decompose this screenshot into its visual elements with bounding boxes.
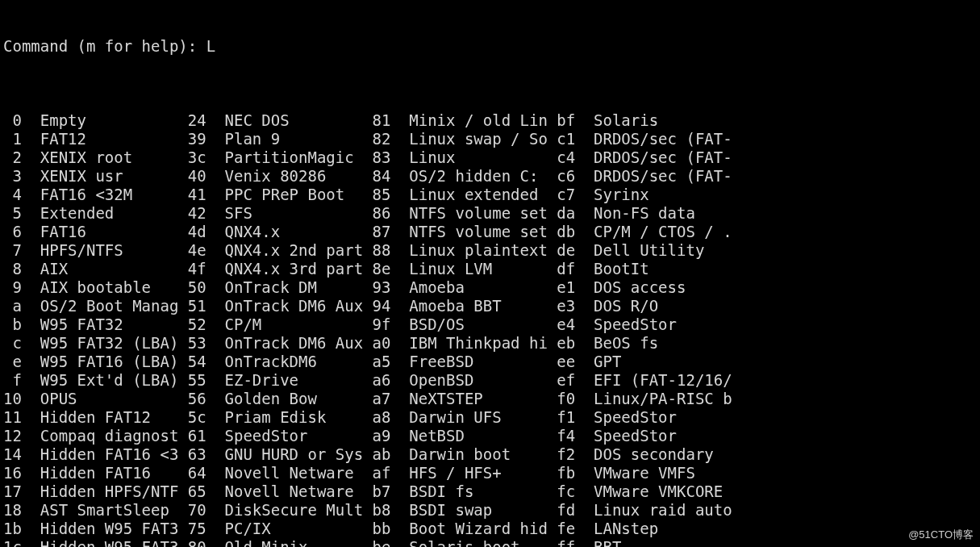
- partition-type-code: da: [557, 204, 575, 223]
- partition-type-code: 93: [373, 278, 391, 297]
- partition-type-name: BeOS fs: [594, 334, 741, 353]
- partition-type-name: DOS access: [594, 278, 741, 297]
- partition-type-code: 4d: [188, 223, 206, 241]
- partition-type-code: 51: [188, 297, 206, 315]
- partition-type-name: Non-FS data: [594, 204, 741, 223]
- partition-type-name: Darwin boot: [409, 445, 557, 464]
- partition-type-name: GPT: [594, 353, 741, 371]
- partition-type-code: 17: [3, 482, 22, 501]
- partition-type-code: 54: [188, 353, 206, 371]
- partition-type-name: EZ-Drive: [225, 371, 373, 390]
- partition-type-code: fb: [557, 464, 575, 482]
- partition-type-name: Extended: [40, 204, 188, 223]
- partition-type-code: a5: [373, 353, 391, 371]
- partition-type-name: Darwin UFS: [409, 408, 557, 427]
- partition-type-code: ee: [557, 353, 575, 371]
- partition-type-code: be: [373, 538, 391, 547]
- partition-type-code: b: [3, 315, 22, 334]
- partition-type-code: af: [373, 464, 391, 482]
- partition-type-name: SpeedStor: [594, 427, 741, 445]
- partition-type-code: c6: [557, 167, 575, 186]
- partition-type-code: 84: [373, 167, 391, 186]
- partition-type-name: NEC DOS: [225, 111, 373, 130]
- partition-type-code: 10: [3, 390, 22, 408]
- partition-type-name: FAT16: [40, 223, 188, 241]
- partition-type-code: 42: [188, 204, 206, 223]
- partition-type-code: bb: [373, 520, 391, 538]
- partition-type-name: Venix 80286: [225, 167, 373, 186]
- partition-type-code: 56: [188, 390, 206, 408]
- partition-type-name: Compaq diagnost: [40, 427, 188, 445]
- partition-type-name: OnTrack DM6 Aux: [225, 334, 373, 353]
- partition-type-name: Linux extended: [409, 186, 557, 204]
- partition-type-name: BSDI swap: [409, 501, 557, 520]
- partition-type-name: BSDI fs: [409, 482, 557, 501]
- partition-type-name: IBM Thinkpad hi: [409, 334, 557, 353]
- partition-type-name: NTFS volume set: [409, 204, 557, 223]
- partition-type-row: 14Hidden FAT16 <363GNU HURD or SysabDarw…: [3, 445, 977, 464]
- partition-type-code: ff: [557, 538, 575, 547]
- partition-type-name: HPFS/NTFS: [40, 241, 188, 260]
- partition-type-code: 12: [3, 427, 22, 445]
- partition-type-name: Linux swap / So: [409, 130, 557, 148]
- partition-type-name: Amoeba BBT: [409, 297, 557, 315]
- partition-type-name: OPUS: [40, 390, 188, 408]
- partition-type-code: e4: [557, 315, 575, 334]
- partition-type-name: QNX4.x 2nd part: [225, 241, 373, 260]
- partition-type-name: CP/M / CTOS / .: [594, 223, 741, 241]
- partition-type-code: 1b: [3, 520, 22, 538]
- partition-type-code: c: [3, 334, 22, 353]
- partition-type-code: db: [557, 223, 575, 241]
- partition-type-row: bW95 FAT3252CP/M9fBSD/OSe4SpeedStor: [3, 315, 977, 334]
- partition-type-code: 53: [188, 334, 206, 353]
- partition-type-code: ef: [557, 371, 575, 390]
- partition-type-code: a8: [373, 408, 391, 427]
- partition-type-name: OS/2 Boot Manag: [40, 297, 188, 315]
- partition-type-name: Plan 9: [225, 130, 373, 148]
- partition-type-code: 86: [373, 204, 391, 223]
- partition-type-name: Priam Edisk: [225, 408, 373, 427]
- partition-type-name: EFI (FAT-12/16/: [594, 371, 741, 390]
- partition-type-name: AIX bootable: [40, 278, 188, 297]
- partition-type-name: SpeedStor: [594, 408, 741, 427]
- partition-type-name: SpeedStor: [225, 427, 373, 445]
- partition-type-name: CP/M: [225, 315, 373, 334]
- partition-type-row: 7HPFS/NTFS4eQNX4.x 2nd part88Linux plain…: [3, 241, 977, 260]
- partition-type-row: 11Hidden FAT125cPriam Ediska8Darwin UFSf…: [3, 408, 977, 427]
- terminal-output[interactable]: Command (m for help): L 0Empty24NEC DOS8…: [0, 0, 980, 547]
- partition-type-code: 81: [373, 111, 391, 130]
- partition-type-name: Amoeba: [409, 278, 557, 297]
- partition-type-name: LANstep: [594, 520, 741, 538]
- partition-type-code: b8: [373, 501, 391, 520]
- partition-type-code: 82: [373, 130, 391, 148]
- partition-type-code: 16: [3, 464, 22, 482]
- partition-type-name: NetBSD: [409, 427, 557, 445]
- partition-type-code: 80: [188, 538, 206, 547]
- partition-type-code: 2: [3, 148, 22, 167]
- partition-type-name: XENIX root: [40, 148, 188, 167]
- partition-type-name: W95 FAT32: [40, 315, 188, 334]
- partition-type-name: VMware VMKCORE: [594, 482, 741, 501]
- partition-type-name: FAT16 <32M: [40, 186, 188, 204]
- partition-type-code: b7: [373, 482, 391, 501]
- partition-type-name: W95 Ext'd (LBA): [40, 371, 188, 390]
- partition-type-name: PPC PReP Boot: [225, 186, 373, 204]
- partition-type-code: 88: [373, 241, 391, 260]
- partition-type-code: e: [3, 353, 22, 371]
- partition-type-code: 83: [373, 148, 391, 167]
- partition-type-name: GNU HURD or Sys: [225, 445, 373, 464]
- partition-type-code: a0: [373, 334, 391, 353]
- partition-type-name: Linux raid auto: [594, 501, 741, 520]
- partition-type-name: Linux LVM: [409, 260, 557, 278]
- partition-type-code: 4: [3, 186, 22, 204]
- partition-type-code: 1: [3, 130, 22, 148]
- partition-type-code: a: [3, 297, 22, 315]
- partition-type-code: 63: [188, 445, 206, 464]
- watermark-text: @51CTO博客: [908, 525, 974, 544]
- partition-type-code: e1: [557, 278, 575, 297]
- partition-type-code: 70: [188, 501, 206, 520]
- partition-type-name: W95 FAT32 (LBA): [40, 334, 188, 353]
- partition-type-code: 5c: [188, 408, 206, 427]
- partition-type-code: f1: [557, 408, 575, 427]
- partition-type-row: 9AIX bootable50OnTrack DM93Amoebae1DOS a…: [3, 278, 977, 297]
